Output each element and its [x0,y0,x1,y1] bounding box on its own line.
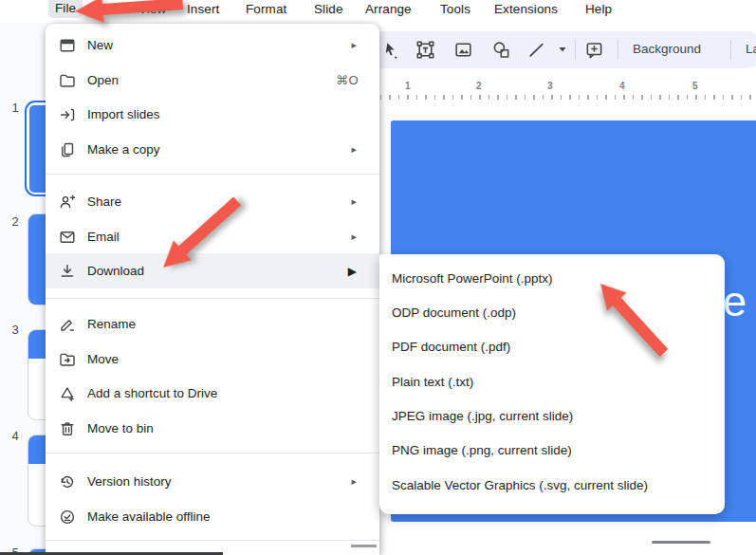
rename-pencil-icon [59,316,76,333]
menu-item-make-a-copy[interactable]: Make a copy ▸ [46,132,379,167]
background-button[interactable]: Background [633,42,701,56]
menu-item-label: Move to bin [87,421,154,435]
add-shortcut-drive-icon [59,385,76,402]
window-bottom-edge [351,545,377,547]
menu-item-import-slides[interactable]: Import slides [46,97,379,132]
menu-item-make-available-offline[interactable]: Make available offline [46,499,379,534]
slide-title-text: e [723,277,747,326]
open-folder-icon [59,72,76,89]
slide-number: 1 [9,101,22,115]
ruler-mark: 2 [476,81,482,91]
menu-insert[interactable]: Insert [187,2,219,16]
menu-item-label: Add a shortcut to Drive [87,386,217,400]
slide-number: 4 [9,429,22,443]
menu-item-move-to-bin[interactable]: Move to bin [46,411,379,446]
menu-format[interactable]: Format [246,2,286,16]
menu-item-label: Move [87,352,119,366]
slide-number: 2 [9,214,22,229]
slide-number: 3 [9,323,22,337]
cursor-tool-icon[interactable] [381,40,401,60]
line-dropdown-caret[interactable] [557,44,577,64]
menu-arrange[interactable]: Arrange [365,2,412,16]
submenu-arrow-icon: ▶ [348,265,357,278]
download-submenu: Microsoft PowerPoint (.pptx) ODP documen… [379,254,725,514]
insert-comment-icon[interactable] [584,40,604,60]
new-document-icon [59,37,76,54]
menu-divider [46,174,379,175]
submenu-arrow-icon: ▸ [351,475,357,488]
text-box-icon[interactable] [415,40,435,60]
file-menu-dropdown: New ▸ Open ⌘O Import slides Make a copy … [46,24,379,555]
make-a-copy-icon [59,141,76,158]
menu-item-label: Version history [87,474,172,489]
menu-item-add-shortcut-to-drive[interactable]: Add a shortcut to Drive [46,376,379,411]
menu-item-label: Make a copy [87,142,160,157]
submenu-item-png[interactable]: PNG image (.png, current slide) [379,433,725,467]
download-icon [59,263,76,280]
menu-shortcut: ⌘O [336,73,359,87]
menu-item-label: Rename [87,317,136,331]
ruler-mark: 4 [619,81,625,91]
toolbar-divider [618,40,618,60]
menu-item-label: Share [87,194,121,209]
menu-item-version-history[interactable]: Version history ▸ [46,464,379,499]
menu-help[interactable]: Help [585,2,612,16]
menu-item-download[interactable]: Download ▶ [46,253,379,288]
menu-item-open[interactable]: Open ⌘O [46,63,379,98]
submenu-item-jpg[interactable]: JPEG image (.jpg, current slide) [379,398,725,433]
menu-item-move[interactable]: Move [46,342,379,377]
menu-divider [46,453,379,453]
toolbar-divider [730,40,731,60]
menu-item-label: Make available offline [87,509,211,524]
menu-item-label: Download [87,264,144,278]
menu-tools[interactable]: Tools [440,2,470,16]
submenu-item-txt[interactable]: Plain text (.txt) [379,364,725,398]
share-person-add-icon [59,194,76,211]
layout-button[interactable]: Layout [746,42,756,56]
menu-item-label: Open [87,73,119,87]
submenu-item-pdf[interactable]: PDF document (.pdf) [379,329,725,363]
import-slides-icon [59,106,76,123]
submenu-arrow-icon: ▸ [351,231,357,243]
submenu-item-odp[interactable]: ODP document (.odp) [379,295,725,329]
menu-divider [46,298,379,299]
submenu-arrow-icon: ▸ [351,39,357,51]
move-folder-icon [59,351,76,368]
insert-line-icon[interactable] [526,40,546,60]
offline-check-icon [59,509,76,526]
submenu-item-pptx[interactable]: Microsoft PowerPoint (.pptx) [379,261,725,295]
menu-item-label: Import slides [87,107,160,121]
ruler-mark: 1 [405,81,411,91]
menu-item-rename[interactable]: Rename [46,306,379,342]
menu-item-label: New [87,38,113,52]
toolbar-divider [575,40,576,60]
notes-divider-grip[interactable] [652,541,710,544]
menu-divider [46,540,379,541]
insert-shape-icon[interactable] [491,40,511,60]
email-envelope-icon [59,229,76,246]
menu-extensions[interactable]: Extensions [494,2,558,16]
menu-item-new[interactable]: New ▸ [46,28,379,63]
ruler-mark: 3 [547,81,553,91]
insert-image-icon[interactable] [453,40,473,60]
menu-item-label: Email [87,230,120,244]
menu-slide[interactable]: Slide [314,2,343,16]
submenu-item-svg[interactable]: Scalable Vector Graphics (.svg, current … [379,468,725,502]
submenu-arrow-icon: ▸ [351,195,357,208]
submenu-arrow-icon: ▸ [351,143,357,156]
version-history-icon [59,473,76,490]
move-to-bin-icon [59,420,76,437]
ruler-mark: 5 [692,81,698,91]
